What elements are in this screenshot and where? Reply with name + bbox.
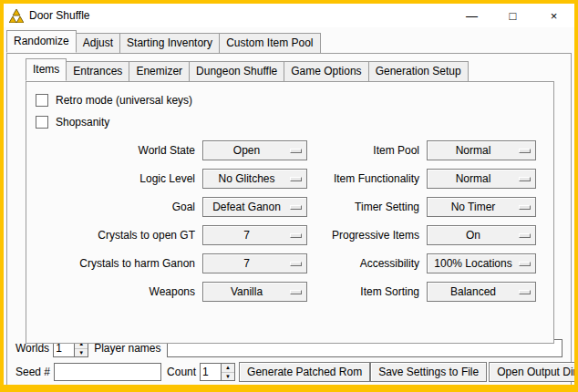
dropdown-value: Vanilla — [203, 285, 290, 298]
dropdown-item-sorting[interactable]: Balanced — [427, 282, 536, 302]
player-names-label: Player names — [94, 342, 160, 355]
outer-tab-bar: Randomize Adjust Starting Inventory Cust… — [6, 30, 574, 53]
dropdown-value: 7 — [203, 229, 290, 242]
checkbox-box-icon — [36, 116, 48, 129]
dropdown-value: No Glitches — [203, 172, 290, 185]
count-input[interactable] — [201, 364, 221, 380]
seed-label: Seed # — [15, 366, 50, 378]
accessibility-label: Accessibility — [315, 257, 419, 270]
count-stepper: ▲ ▼ — [200, 363, 235, 381]
dropdown-logic-level[interactable]: No Glitches — [202, 169, 307, 189]
app-icon — [9, 9, 24, 23]
tab-starting-inventory[interactable]: Starting Inventory — [119, 33, 220, 54]
dropdown-timer-setting[interactable]: No Timer — [427, 197, 536, 217]
shopsanity-checkbox[interactable]: Shopsanity — [36, 111, 553, 133]
dropdown-value: 100% Locations — [428, 257, 519, 270]
dropdown-value: 7 — [203, 257, 290, 270]
dropdown-world-state[interactable]: Open — [202, 140, 307, 160]
dropdown-value: Defeat Ganon — [203, 201, 290, 213]
tab-randomize[interactable]: Randomize — [6, 30, 77, 53]
seed-row: Seed # Count ▲ ▼ Generate Patched Rom Sa… — [15, 362, 563, 382]
item-pool-label: Item Pool — [315, 144, 419, 157]
dropdown-indicator-icon — [519, 233, 531, 238]
item-functionality-label: Item Functionality — [315, 172, 419, 185]
checkbox-label: Shopsanity — [56, 116, 109, 129]
weapons-label: Weapons — [36, 285, 195, 298]
crystals-harm-ganon-label: Crystals to harm Ganon — [36, 257, 195, 270]
dropdown-indicator-icon — [519, 149, 531, 153]
dropdown-indicator-icon — [290, 262, 302, 266]
dropdown-indicator-icon — [290, 290, 302, 294]
spin-up-icon[interactable]: ▲ — [222, 364, 234, 372]
dropdown-indicator-icon — [519, 290, 531, 294]
close-icon[interactable]: × — [533, 4, 574, 27]
goal-label: Goal — [36, 201, 195, 213]
inner-tab-bar: Items Entrances Enemizer Dungeon Shuffle… — [26, 58, 571, 81]
dropdown-indicator-icon — [519, 205, 531, 210]
dropdown-crystals-open-gt[interactable]: 7 — [202, 225, 307, 245]
app-window: Door Shuffle — □ × Randomize Adjust Star… — [0, 0, 578, 392]
tab-generation-setup[interactable]: Generation Setup — [368, 61, 469, 82]
spin-down-icon[interactable]: ▼ — [222, 372, 234, 381]
dropdown-value: No Timer — [428, 201, 519, 213]
dropdown-value: Open — [203, 144, 290, 157]
dropdown-value: Normal — [428, 172, 519, 185]
window-title: Door Shuffle — [29, 9, 90, 22]
dropdown-indicator-icon — [519, 262, 531, 266]
caption-buttons: — □ × — [451, 4, 574, 27]
dropdown-indicator-icon — [290, 233, 302, 238]
tab-enemizer[interactable]: Enemizer — [129, 61, 190, 82]
world-state-label: World State — [36, 144, 195, 157]
dropdown-weapons[interactable]: Vanilla — [202, 282, 307, 302]
dropdown-item-functionality[interactable]: Normal — [427, 169, 536, 189]
open-output-directory-button[interactable]: Open Output Directory — [489, 362, 578, 382]
logic-level-label: Logic Level — [36, 172, 195, 185]
spin-down-icon[interactable]: ▼ — [75, 348, 88, 357]
tab-custom-item-pool[interactable]: Custom Item Pool — [219, 33, 320, 54]
item-sorting-label: Item Sorting — [315, 285, 419, 298]
dropdown-indicator-icon — [290, 205, 302, 210]
seed-input[interactable] — [54, 363, 161, 381]
tab-items[interactable]: Items — [26, 58, 67, 81]
maximize-icon[interactable]: □ — [492, 4, 533, 27]
dropdown-item-pool[interactable]: Normal — [427, 140, 536, 160]
options-grid: World State Open Item Pool Normal Logic … — [36, 140, 553, 302]
dropdown-crystals-harm-ganon[interactable]: 7 — [202, 253, 307, 273]
crystals-open-gt-label: Crystals to open GT — [36, 229, 195, 242]
worlds-label: Worlds — [15, 342, 49, 355]
progressive-items-label: Progressive Items — [315, 229, 419, 242]
count-stepper-buttons: ▲ ▼ — [221, 364, 234, 380]
checkbox-label: Retro mode (universal keys) — [56, 94, 192, 107]
dropdown-indicator-icon — [290, 177, 302, 181]
dropdown-value: Balanced — [428, 285, 519, 298]
minimize-icon[interactable]: — — [451, 4, 492, 27]
dropdown-accessibility[interactable]: 100% Locations — [427, 253, 536, 273]
checkbox-box-icon — [36, 94, 48, 107]
dropdown-indicator-icon — [290, 149, 302, 153]
dropdown-value: On — [428, 229, 519, 242]
dropdown-value: Normal — [428, 144, 519, 157]
generate-patched-rom-button[interactable]: Generate Patched Rom — [239, 362, 370, 382]
tab-adjust[interactable]: Adjust — [76, 33, 120, 54]
dropdown-indicator-icon — [519, 177, 531, 181]
count-label: Count — [167, 366, 196, 378]
items-tab-panel: Retro mode (universal keys) Shopsanity W… — [26, 81, 554, 344]
randomize-tab-panel: Items Entrances Enemizer Dungeon Shuffle… — [6, 53, 572, 386]
dropdown-goal[interactable]: Defeat Ganon — [202, 197, 307, 217]
retro-mode-checkbox[interactable]: Retro mode (universal keys) — [36, 89, 553, 111]
timer-setting-label: Timer Setting — [315, 201, 419, 213]
checkbox-area: Retro mode (universal keys) Shopsanity — [26, 82, 553, 133]
save-settings-button[interactable]: Save Settings to File — [370, 362, 487, 382]
tab-game-options[interactable]: Game Options — [284, 61, 368, 82]
dropdown-progressive-items[interactable]: On — [427, 225, 536, 245]
tab-entrances[interactable]: Entrances — [66, 61, 129, 82]
titlebar[interactable]: Door Shuffle — □ × — [4, 4, 574, 27]
tab-dungeon-shuffle[interactable]: Dungeon Shuffle — [189, 61, 284, 82]
